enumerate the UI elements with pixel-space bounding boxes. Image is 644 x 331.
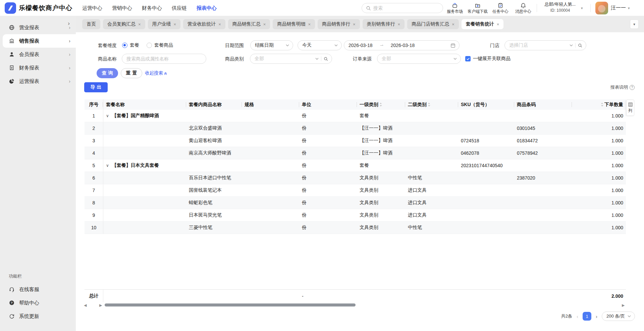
client-download-icon <box>475 2 481 8</box>
customer-service-icon <box>9 286 15 292</box>
nav-item-4[interactable]: 报表中心 <box>197 5 217 11</box>
user-name[interactable]: 汪一一 <box>611 5 626 11</box>
tab-list-chevron-down-icon[interactable]: ▾ <box>630 19 639 29</box>
column-header-下单数量[interactable]: 下单数量 <box>572 99 626 110</box>
column-header-一级类别[interactable]: 一级类别 <box>357 99 405 110</box>
quick-action[interactable]: 服务市场 <box>443 1 466 16</box>
sidebar-footer-item-系统更新[interactable]: 系统更新 <box>0 310 76 323</box>
close-tab-icon[interactable]: × <box>263 22 266 27</box>
tab-商品门店销售汇总[interactable]: 商品门店销售汇总× <box>407 19 459 29</box>
scroll-left-icon[interactable]: ◀ <box>84 303 87 307</box>
sidebar-footer-item-在线客服[interactable]: 在线客服 <box>0 283 76 296</box>
query-button[interactable]: 查询 <box>97 68 118 78</box>
sort-icon[interactable] <box>379 102 382 107</box>
tab-商品销售排行[interactable]: 商品销售排行× <box>318 19 360 29</box>
nav-item-2[interactable]: 财务中心 <box>142 5 162 11</box>
org-chevron-down-icon[interactable]: ▾ <box>581 6 583 10</box>
tab-商品销售汇总[interactable]: 商品销售汇总× <box>228 19 270 29</box>
next-page-icon[interactable]: › <box>596 314 597 319</box>
cell-单位: 份 <box>299 197 357 209</box>
tab-类别销售排行[interactable]: 类别销售排行× <box>363 19 405 29</box>
close-tab-icon[interactable]: × <box>174 22 176 27</box>
store-search-icon[interactable] <box>578 43 582 48</box>
tab-套餐销售统计[interactable]: 套餐销售统计× <box>462 19 504 29</box>
expand-chevron-down-icon[interactable]: ∨ <box>106 163 109 168</box>
column-header-序号[interactable]: 序号 <box>85 99 103 110</box>
sidebar-item-营业报表[interactable]: 营业报表› <box>0 21 76 34</box>
scroll-right-end-icon[interactable]: ▶ <box>622 303 625 307</box>
global-search-input[interactable] <box>373 5 439 11</box>
avatar[interactable] <box>595 2 608 14</box>
expand-linked-checkbox[interactable]: 一键展开关联商品 <box>465 54 511 64</box>
date-preset-select[interactable]: 今天 <box>298 40 342 50</box>
expand-chevron-down-icon[interactable]: ∨ <box>106 113 109 118</box>
tab-会员复购汇总[interactable]: 会员复购汇总× <box>103 19 145 29</box>
date-type-select[interactable]: 结账日期 <box>250 40 293 50</box>
column-header-规格[interactable]: 规格 <box>242 99 299 110</box>
collapse-search-link[interactable]: 收起搜索 <box>145 68 167 78</box>
export-button[interactable]: 导出 <box>84 82 108 92</box>
tab-用户业绩[interactable]: 用户业绩× <box>148 19 181 29</box>
nav-item-1[interactable]: 营销中心 <box>112 5 132 11</box>
sidebar-item-财务报表[interactable]: 财务报表› <box>0 61 76 75</box>
sidebar-item-会员报表[interactable]: 会员报表› <box>0 48 76 61</box>
cell-一级类别: 套餐 <box>357 110 405 122</box>
store-select[interactable]: 选择门店 <box>504 40 586 50</box>
prev-page-icon[interactable]: ‹ <box>577 314 578 319</box>
close-tab-icon[interactable]: × <box>308 22 311 27</box>
scrollbar-thumb[interactable] <box>105 303 356 306</box>
date-range-picker[interactable]: 2026-03-18 ⇀ 2026-03-18 <box>344 40 460 50</box>
category-search-icon[interactable] <box>324 57 328 61</box>
tab-商品销售明细[interactable]: 商品销售明细× <box>273 19 315 29</box>
product-name-input[interactable] <box>122 54 206 64</box>
close-tab-icon[interactable]: × <box>497 22 499 27</box>
date-end-value[interactable]: 2026-03-18 <box>391 43 415 48</box>
close-tab-icon[interactable]: × <box>218 22 221 27</box>
current-page-button[interactable]: 1 <box>583 312 591 321</box>
column-header-套餐名称[interactable]: 套餐名称 <box>103 99 186 110</box>
quick-action[interactable]: 消息中心 <box>512 1 535 16</box>
sort-icon[interactable] <box>601 102 603 107</box>
column-header-label: 商品条码 <box>517 102 536 108</box>
quick-action[interactable]: 任务中心 <box>489 1 512 16</box>
close-tab-icon[interactable]: × <box>353 22 356 27</box>
tab-营业收款统计[interactable]: 营业收款统计× <box>183 19 225 29</box>
column-header-套餐内商品名称[interactable]: 套餐内商品名称 <box>186 99 242 110</box>
tab-首页[interactable]: 首页 <box>82 19 100 29</box>
column-header-二级类别[interactable]: 二级类别 <box>405 99 458 110</box>
sidebar-item-label: 营业报表 <box>19 25 39 31</box>
cell-规格 <box>242 184 299 196</box>
scroll-right-icon[interactable]: ▶ <box>99 303 102 307</box>
nav-item-3[interactable]: 供应链 <box>172 5 187 11</box>
column-header-SKU（货号）[interactable]: SKU（货号） <box>458 99 514 110</box>
close-tab-icon[interactable]: × <box>452 22 454 27</box>
table-row: 6百乐日本进口中性笔份文具类别中性笔23870201.000 <box>85 172 626 184</box>
tab-label: 营业收款统计 <box>187 21 216 27</box>
category-select[interactable]: 全部 <box>250 54 332 64</box>
date-start-value[interactable]: 2026-03-18 <box>348 43 373 48</box>
sidebar-footer-item-帮助中心[interactable]: ?帮助中心 <box>0 296 76 310</box>
cell-SKU（货号）: 0724518 <box>458 135 514 147</box>
user-chevron-down-icon[interactable]: ▾ <box>628 6 630 10</box>
close-tab-icon[interactable]: × <box>398 22 400 27</box>
summary-label: 总计 <box>85 290 103 302</box>
cell-序号: 4 <box>85 147 103 159</box>
sidebar-collapse-toggle[interactable]: › <box>65 19 72 28</box>
radio-package[interactable]: 套餐 <box>122 40 139 50</box>
close-tab-icon[interactable]: × <box>138 22 141 27</box>
report-help-link[interactable]: 报表说明 ? <box>610 82 635 92</box>
order-source-select[interactable]: 全部 <box>377 54 461 64</box>
nav-item-0[interactable]: 运营中心 <box>82 5 102 11</box>
sidebar-item-运营报表[interactable]: 运营报表› <box>0 75 76 88</box>
radio-package-item[interactable]: 套餐商品 <box>147 40 173 50</box>
reset-button[interactable]: 重置 <box>121 68 142 78</box>
page-size-select[interactable]: 200 条/页 <box>602 312 635 321</box>
column-header-单位[interactable]: 单位 <box>299 99 357 110</box>
org-switcher[interactable]: 总部/年轻人第... ID: 100004 <box>541 1 580 13</box>
sort-icon[interactable] <box>428 102 430 107</box>
column-header-商品条码[interactable]: 商品条码 <box>514 99 572 110</box>
quick-action[interactable]: 客户端下载 <box>466 1 489 16</box>
global-search[interactable] <box>362 3 443 13</box>
sidebar-item-销售报表[interactable]: 销售报表› <box>3 34 76 48</box>
column-settings-button[interactable]: 列 <box>626 100 634 116</box>
